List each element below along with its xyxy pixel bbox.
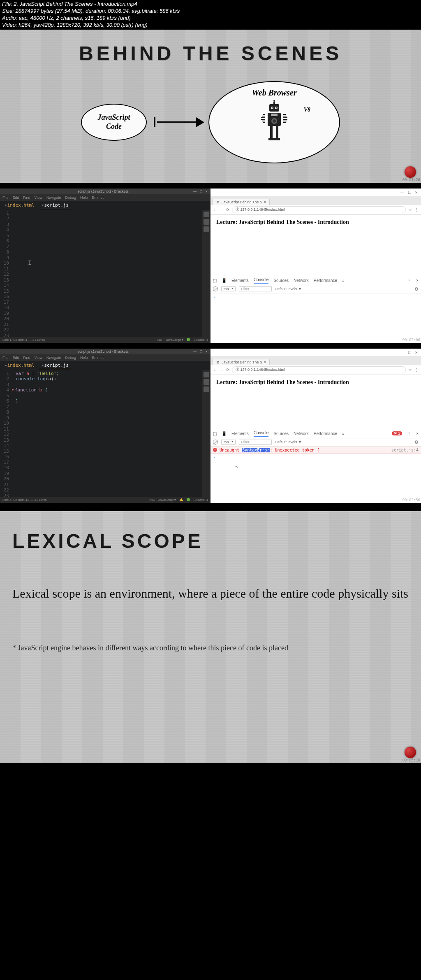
tab-more[interactable]: »: [342, 278, 345, 283]
browser-tab[interactable]: 🗎 JavaScript Behind The S ×: [213, 359, 270, 365]
devtools-menu-icon[interactable]: ⋮: [407, 278, 411, 283]
close-tab-icon[interactable]: ×: [264, 200, 266, 204]
status-ok-icon: [187, 498, 190, 501]
log-levels[interactable]: Default levels ▼: [275, 287, 302, 291]
extension-icon[interactable]: [204, 379, 209, 385]
menu-emmet[interactable]: Emmet: [92, 356, 104, 360]
error-location-link[interactable]: script.js:4: [391, 448, 419, 452]
record-indicator-icon: [405, 747, 416, 758]
sidebar-icon[interactable]: [204, 386, 209, 392]
browser-window-controls[interactable]: —□×: [210, 189, 421, 196]
extension-icon[interactable]: [204, 219, 209, 225]
browser-tabs: 🗎 JavaScript Behind The S ×: [210, 356, 421, 365]
log-levels[interactable]: Default levels ▼: [275, 440, 302, 444]
close-tab-icon[interactable]: ×: [264, 360, 266, 364]
devtools-close-icon[interactable]: ×: [416, 278, 419, 283]
tab-performance[interactable]: Performance: [314, 278, 337, 283]
inspect-icon[interactable]: ⬚: [213, 431, 217, 436]
window-controls[interactable]: —□×: [193, 349, 210, 354]
reload-icon[interactable]: ⟳: [226, 207, 229, 212]
menu-navigate[interactable]: Navigate: [46, 196, 61, 200]
console-output[interactable]: › ↖: [210, 454, 421, 503]
filter-input[interactable]: Filter: [239, 286, 272, 291]
tab-script-js[interactable]: •script.js: [39, 202, 71, 209]
forward-icon[interactable]: →: [220, 207, 224, 212]
live-preview-icon[interactable]: [204, 212, 209, 217]
tab-index-html[interactable]: •index.html: [2, 362, 37, 369]
tab-performance[interactable]: Performance: [314, 431, 337, 436]
menu-find[interactable]: Find: [23, 356, 30, 360]
star-icon[interactable]: ☆: [408, 368, 412, 372]
tab-sources[interactable]: Sources: [273, 431, 289, 436]
warning-icon[interactable]: [179, 498, 183, 501]
window-controls[interactable]: —□×: [193, 189, 210, 193]
menu-find[interactable]: Find: [23, 196, 30, 200]
console-error-row[interactable]: × Uncaught SyntaxError: Unexpected token…: [210, 447, 421, 454]
tab-sources[interactable]: Sources: [273, 278, 289, 283]
clear-console-icon[interactable]: [213, 440, 218, 445]
menu-icon[interactable]: ⋮: [414, 207, 419, 212]
code-editor: script.js (JavaScript) - Brackets —□× Fi…: [0, 349, 210, 503]
arrow-icon: [157, 121, 198, 123]
menu-view[interactable]: View: [35, 196, 42, 200]
menu-edit[interactable]: Edit: [13, 196, 19, 200]
devtools-menu-icon[interactable]: ⋮: [407, 431, 411, 436]
inspect-icon[interactable]: ⬚: [213, 278, 217, 283]
code-area[interactable]: var a = 'Hello'; console.log(a); ▾functi…: [12, 370, 202, 497]
device-icon[interactable]: 📱: [222, 431, 227, 436]
device-icon[interactable]: 📱: [222, 278, 227, 283]
timestamp: 00:02:06: [402, 338, 420, 342]
clear-console-icon[interactable]: [213, 286, 218, 291]
menu-debug[interactable]: Debug: [65, 196, 76, 200]
reload-icon[interactable]: ⟳: [226, 368, 229, 372]
browser-window-controls[interactable]: —□×: [210, 349, 421, 356]
menu-navigate[interactable]: Navigate: [46, 356, 61, 360]
filter-input[interactable]: Filter: [239, 440, 272, 445]
context-selector[interactable]: top: [221, 286, 236, 291]
code-area[interactable]: I: [12, 210, 202, 337]
live-preview-icon[interactable]: [204, 372, 209, 377]
menu-debug[interactable]: Debug: [65, 356, 76, 360]
editor-body[interactable]: 1234567891011121314151617181920212223242…: [0, 210, 210, 337]
tab-network[interactable]: Network: [294, 278, 309, 283]
editor-menu[interactable]: File Edit Find View Navigate Debug Help …: [0, 194, 210, 201]
star-icon[interactable]: ☆: [408, 207, 412, 212]
code-line-5: [16, 393, 202, 399]
code-line-6: }: [16, 398, 202, 404]
svg-rect-1: [273, 102, 275, 104]
console-output[interactable]: ›: [210, 293, 421, 343]
tab-more[interactable]: »: [342, 431, 345, 436]
sidebar-icon[interactable]: [204, 226, 209, 232]
tab-elements[interactable]: Elements: [231, 278, 249, 283]
forward-icon[interactable]: →: [220, 368, 224, 372]
back-icon[interactable]: ←: [213, 368, 217, 372]
tab-network[interactable]: Network: [294, 431, 309, 436]
menu-edit[interactable]: Edit: [13, 356, 19, 360]
tab-elements[interactable]: Elements: [231, 431, 249, 436]
slide-lexical-scope: LEXICAL SCOPE Lexical scope is an enviro…: [0, 511, 421, 763]
menu-icon[interactable]: ⋮: [414, 368, 419, 372]
svg-point-5: [272, 107, 273, 108]
back-icon[interactable]: ←: [213, 207, 217, 212]
url-input[interactable]: ⓘ 127.0.0.1:14645/index.html: [232, 206, 406, 213]
tab-console[interactable]: Console: [254, 277, 269, 284]
tab-script-js[interactable]: •script.js: [39, 362, 71, 369]
panel-editor-browser-1: script.js (JavaScript) - Brackets —□× Fi…: [0, 189, 421, 343]
editor-menu[interactable]: File Edit Find View Navigate Debug Help …: [0, 354, 210, 361]
settings-icon[interactable]: ⚙: [414, 286, 419, 292]
editor-body[interactable]: 1234567891011121314151617181920212223242…: [0, 370, 210, 497]
editor-sidebar: [202, 210, 210, 337]
menu-file[interactable]: File: [2, 356, 9, 360]
settings-icon[interactable]: ⚙: [414, 440, 419, 445]
menu-help[interactable]: Help: [80, 356, 88, 360]
menu-emmet[interactable]: Emmet: [92, 196, 104, 200]
browser-tab[interactable]: 🗎 JavaScript Behind The S ×: [213, 199, 270, 205]
tab-index-html[interactable]: •index.html: [2, 202, 37, 209]
context-selector[interactable]: top: [221, 440, 236, 445]
url-input[interactable]: ⓘ 127.0.0.1:14645/index.html: [232, 366, 406, 373]
menu-file[interactable]: File: [2, 196, 9, 200]
devtools-close-icon[interactable]: ×: [416, 431, 419, 436]
menu-view[interactable]: View: [35, 356, 42, 360]
menu-help[interactable]: Help: [80, 196, 88, 200]
tab-console[interactable]: Console: [254, 431, 269, 437]
